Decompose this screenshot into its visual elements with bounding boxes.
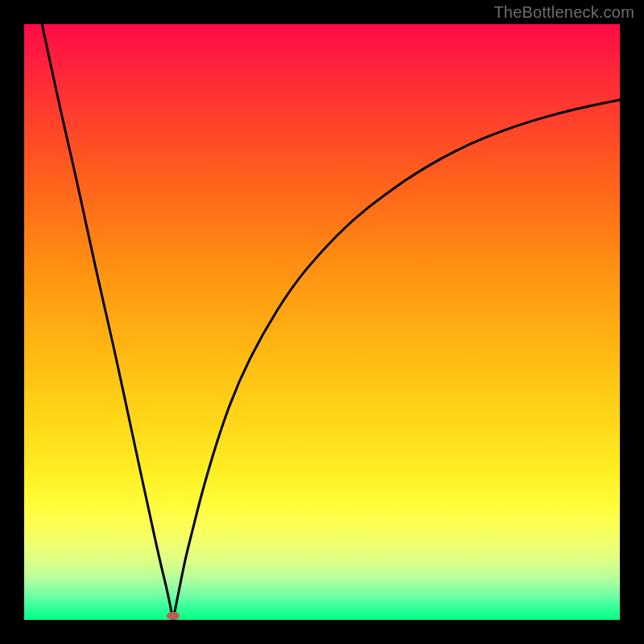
watermark-text: TheBottleneck.com — [493, 3, 634, 22]
chart-frame: TheBottleneck.com — [0, 0, 644, 644]
plot-area — [24, 24, 620, 620]
minimum-marker — [167, 612, 180, 620]
curve-layer — [24, 24, 620, 620]
bottleneck-curve — [42, 24, 620, 620]
